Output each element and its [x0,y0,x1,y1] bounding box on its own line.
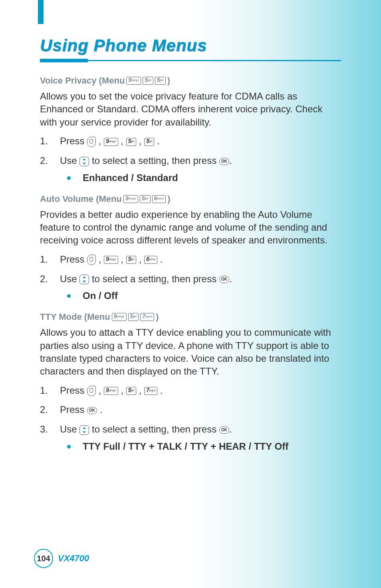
nav-key-icon [79,425,89,435]
section-heading-tty-mode: TTY Mode (Menu 9wxyz 5jkl 7pqrs ) [40,312,341,322]
bullet-icon [67,176,71,180]
bullet-text: TTY Full / TTY + TALK / TTY + HEAR / TTY… [83,440,288,454]
step-item: Press OK . [40,403,341,417]
ok-key-icon: OK [219,427,229,434]
step-item: Press , 9wxyz , 5jkl , 7pqrs . [40,384,341,398]
nav-key-icon [79,275,89,284]
step-text: . [229,273,232,284]
key-9-icon: 9wxyz [126,77,141,85]
key-5-icon: 5jkl [126,138,136,146]
key-9-icon: 9wxyz [112,313,127,321]
step-text: Press [60,385,87,396]
step-suffix: . [157,136,160,146]
key-5-icon: 5jkl [144,138,154,146]
step-text: Use [60,273,79,284]
step-item: Use to select a setting, then press OK. … [40,272,341,303]
key-5-icon: 5jkl [140,195,151,203]
ok-key-icon: OK [219,276,229,283]
step-text: Use [60,155,79,166]
sub-bullet: On / Off [60,289,341,303]
nav-key-icon [79,157,89,166]
key-5-icon: 5jkl [126,256,136,264]
key-7-icon: 7pqrs [140,313,154,321]
ok-key-icon: OK [219,158,229,165]
ok-key-icon: OK [87,407,97,414]
bullet-icon [67,294,71,298]
page-number: 104 [34,549,53,568]
step-text: Press [60,404,87,415]
key-9-icon: 9wxyz [104,256,118,264]
section-heading-voice-privacy: Voice Privacy (Menu 9wxyz 5jkl 5jkl ) [40,76,341,86]
step-text: Press [60,254,87,265]
page-footer: 104 VX4700 [34,549,89,568]
header-tab [38,0,44,24]
key-6-icon: 6mno [152,195,166,203]
model-label: VX4700 [58,553,89,564]
steps-list: Press , 9wxyz , 5jkl , 6mno . Use to sel… [40,253,341,303]
softkey-icon [87,137,96,147]
step-item: Press , 9wxyz , 5jkl , 6mno . [40,253,341,267]
page-content: Using Phone Menus Voice Privacy (Menu 9w… [0,0,381,454]
key-5-icon: 5jkl [126,387,136,395]
step-text: to select a setting, then press [92,424,219,435]
title-underline [40,60,341,61]
step-item: Use to select a setting, then press OK. … [40,423,341,454]
step-suffix: . [160,385,163,396]
key-5-icon: 5jkl [128,313,139,321]
page-title: Using Phone Menus [40,36,341,55]
heading-suffix: ) [156,312,159,322]
step-text: to select a setting, then press [92,155,219,166]
softkey-icon [87,386,96,396]
step-item: Press , 9wxyz , 5jkl , 5jkl . [40,134,341,148]
step-text: Use [60,424,79,435]
section-heading-auto-volume: Auto Volume (Menu 9wxyz 5jkl 6mno ) [40,194,341,204]
steps-list: Press , 9wxyz , 5jkl , 5jkl . Use to sel… [40,134,341,185]
section-paragraph: Allows you to set the voice privacy feat… [40,90,341,129]
softkey-icon [87,255,96,265]
step-text: to select a setting, then press [92,273,219,284]
key-9-icon: 9wxyz [104,138,118,146]
step-text: . [100,404,103,415]
sub-bullet: Enhanced / Standard [60,171,341,185]
key-9-icon: 9wxyz [123,195,138,203]
step-suffix: . [160,254,163,265]
heading-suffix: ) [167,194,170,204]
steps-list: Press , 9wxyz , 5jkl , 7pqrs . Press OK … [40,384,341,454]
bullet-icon [67,445,71,448]
step-text: . [229,155,232,166]
section-paragraph: Provides a better audio experience by en… [40,208,341,247]
heading-prefix: TTY Mode (Menu [40,312,110,322]
bullet-text: Enhanced / Standard [83,171,178,185]
key-5-icon: 5jkl [143,77,153,85]
key-5-icon: 5jkl [155,77,166,85]
heading-suffix: ) [167,76,170,86]
key-9-icon: 9wxyz [104,387,118,395]
key-7-icon: 7pqrs [144,387,157,395]
bullet-text: On / Off [83,289,118,303]
step-text: Press [60,136,87,146]
heading-prefix: Voice Privacy (Menu [40,76,125,86]
section-paragraph: Allows you to attach a TTY device enabli… [40,326,341,378]
sub-bullet: TTY Full / TTY + TALK / TTY + HEAR / TTY… [60,440,341,454]
step-item: Use to select a setting, then press OK. … [40,154,341,185]
heading-prefix: Auto Volume (Menu [40,194,122,204]
key-6-icon: 6mno [144,256,157,264]
step-text: . [229,424,232,435]
